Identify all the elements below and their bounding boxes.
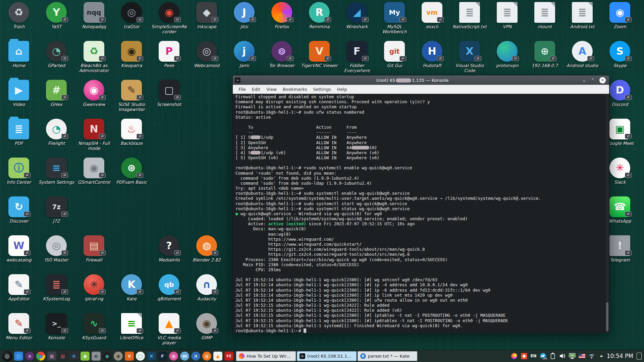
vscode-icon[interactable]: X	[147, 352, 156, 361]
dark-recorder-icon[interactable]: ◉	[103, 352, 112, 361]
desktop-icon-tor-browser[interactable]: ⊚⇄Tor Browser	[263, 41, 301, 68]
desktop-icon-iso-master[interactable]: ◎⇄ISO Master	[38, 235, 75, 262]
scrollbar-thumb[interactable]	[606, 302, 608, 331]
green-animal-app-icon[interactable]: ◉	[80, 352, 90, 361]
battery-icon[interactable]	[549, 353, 556, 359]
desktop-icon-qbittorrent[interactable]: qb⇄qBittorrent	[150, 274, 188, 301]
desktop-icon-trash[interactable]: ♻Trash	[0, 2, 38, 29]
desktop-icon-backblaze[interactable]: ♨⇄Backblaze	[113, 119, 150, 146]
desktop-icon-ksystemlog[interactable]: ≣⇄KSystemLog	[38, 274, 75, 301]
desktop-icon-info-center[interactable]: ⓘ⇄Info Center	[0, 158, 38, 185]
desktop-icon-pdf[interactable]: ≣PDF	[0, 119, 38, 146]
tigervnc-icon[interactable]: V	[125, 352, 134, 361]
filezilla-icon[interactable]: FZ	[224, 352, 233, 361]
wifi-icon[interactable]	[588, 353, 595, 359]
desktop-icon-visual-studio-code[interactable]: X⇄Visual Studio Code	[451, 41, 488, 73]
pink-circle-app-icon[interactable]: ◍	[169, 352, 178, 361]
desktop-icon-fiddler-everywhere[interactable]: F⇄Fiddler Everywhere	[338, 41, 376, 73]
desktop-icon-system-settings[interactable]: ≡⇄System Settings	[38, 158, 75, 185]
desktop-icon-konsole[interactable]: >_⇄Konsole	[38, 313, 75, 340]
desktop-icon-gimp[interactable]: ◉⇄GIMP	[188, 313, 225, 340]
menu-file[interactable]: File	[235, 85, 249, 93]
clock[interactable]: 10:54 PM	[607, 353, 633, 359]
dolphin-file-manager-icon[interactable]: ▢	[14, 352, 23, 361]
show-desktop-button[interactable]	[637, 353, 642, 360]
vlc-icon[interactable]: ▲	[213, 352, 222, 361]
tor-browser-icon[interactable]: ⊚	[25, 352, 34, 361]
terminal-output[interactable]: Firewall stopped and disabled on system …	[233, 94, 609, 333]
tray-expand-arrow[interactable]	[598, 353, 605, 359]
desktop-icon-vpn[interactable]: ≣VPN	[488, 2, 526, 29]
menu-bookmarks[interactable]: Bookmarks	[280, 85, 310, 93]
desktop-icon-skype[interactable]: S⇄Skype	[601, 41, 639, 68]
menu-help[interactable]: Help	[334, 85, 350, 93]
fiddler-icon[interactable]: F	[158, 352, 167, 361]
desktop-icon-pdfsam-basic[interactable]: ⊛⇄PDFsam Basic	[113, 158, 150, 185]
desktop-icon-nmapsi4-full-mode[interactable]: N⇄NmapSI4 - Full mode	[75, 119, 113, 151]
chrome-icon[interactable]: ●	[36, 352, 45, 361]
desktop-icon-android-txt[interactable]: ≣Android.txt	[564, 2, 601, 29]
blender-icon[interactable]: ◍	[202, 352, 211, 361]
desktop-icon-menu-editor[interactable]: ✎⇄Menu Editor	[0, 313, 38, 340]
desktop-icon-jitsi[interactable]: J⇄Jitsi	[225, 2, 263, 29]
green-ring-app-icon[interactable]: ◯	[136, 352, 145, 361]
maximize-button[interactable]: ⌃	[591, 78, 595, 82]
display-icon[interactable]	[569, 353, 576, 359]
desktop-icon-zoom[interactable]: ◉⇄Zoom	[601, 2, 639, 29]
desktop-icon-bleachbit-as-administrator[interactable]: ♻⇄BleachBit as Administrator	[75, 41, 113, 73]
desktop-icon-vlc-media-player[interactable]: ▲⇄VLC media player	[150, 313, 188, 345]
desktop-icon-mount[interactable]: ≣mount	[526, 2, 564, 29]
spectacle-icon[interactable]: ▧	[58, 352, 67, 361]
desktop-icon-git-gui[interactable]: git⇄Git Gui	[376, 41, 413, 68]
desktop-icon-mediainfo[interactable]: ?⇄MediaInfo	[150, 235, 188, 262]
desktop-icon-wireshark[interactable]: ◢⇄Wireshark	[338, 2, 376, 29]
window-titlebar[interactable]: > (root) 651.135 — Konsole ⌄⌃✕	[233, 75, 609, 85]
settings-sliders-icon[interactable]: ≡	[69, 352, 78, 361]
desktop-icon-esxcli[interactable]: vm⇄esxcli	[413, 2, 451, 29]
app-launcher-icon[interactable]: ◎	[2, 351, 12, 361]
menu-edit[interactable]: Edit	[249, 85, 263, 93]
desktop-icon-simplescreenrecorder[interactable]: ◉⇄SimpleScreenRecorder	[150, 2, 188, 34]
notepadqq-icon[interactable]: n	[92, 352, 101, 361]
desktop-icon-gwenview[interactable]: ◉⇄Gwenview	[75, 80, 113, 107]
desktop-icon-gparted[interactable]: ◔⇄GParted	[38, 41, 75, 68]
desktop-icon-nativescript-txt[interactable]: ≣NativeScript.txt	[451, 2, 488, 29]
desktop-icon-appeditor[interactable]: ✎⇄AppEditor	[0, 274, 38, 301]
tray-firefox-icon[interactable]	[511, 353, 518, 359]
desktop-icon-gsmartcontrol[interactable]: ◉⇄GSmartControl	[75, 158, 113, 185]
desktop-icon-tragtor[interactable]: ◎⇄traGtor	[113, 2, 150, 29]
desktop-icon-video[interactable]: ▶Video	[0, 80, 38, 107]
headphones-app-icon[interactable]: ∩	[191, 352, 200, 361]
desktop-icon-tigervnc-viewer[interactable]: V⇄TigerVNC Viewer	[301, 41, 338, 68]
tray-telegram-icon[interactable]: 164	[540, 353, 546, 359]
volume-icon[interactable]	[559, 353, 566, 359]
desktop-icon-mysql-workbench[interactable]: My⇄MySQL Workbench	[376, 2, 413, 34]
task-konsole[interactable]: >(root) 65.108.51.135 ...	[297, 351, 357, 361]
desktop-icon-home[interactable]: ⌂Home	[0, 41, 38, 68]
desktop-icon-libreoffice[interactable]: ≡⇄LibreOffice	[113, 313, 150, 340]
desktop-icon-protonvpn[interactable]: ⇄protonvpn	[488, 41, 526, 68]
qbittorrent-icon[interactable]: qb	[180, 352, 189, 361]
task-kate[interactable]: Kparser.txt * — Kate	[358, 351, 417, 361]
desktop-icon-hubstaff[interactable]: H⇄Hubstaff	[413, 41, 451, 68]
desktop-icon-kate[interactable]: K⇄Kate	[113, 274, 150, 301]
desktop-icon-jami[interactable]: j⇄Jami	[225, 41, 263, 68]
desktop-icon-iptraf-ng[interactable]: ✳⇄iptraf-ng	[75, 274, 113, 301]
desktop-icon-remmina[interactable]: R⇄Remmina	[301, 2, 338, 29]
desktop-icon-firewall[interactable]: ▤⇄Firewall	[75, 235, 113, 262]
menu-view[interactable]: View	[263, 85, 280, 93]
desktop-icon-ghex[interactable]: #⇄GHex	[38, 80, 75, 107]
keyboard-layout-indicator[interactable]: EN	[530, 353, 536, 359]
gimp-icon[interactable]: ◉	[114, 352, 123, 361]
desktop-icon-android-studio[interactable]: A⇄Android studio	[564, 41, 601, 68]
desktop-icon-webcamoid[interactable]: ◎⇄Webcamoid	[188, 41, 225, 68]
desktop-icon-yast[interactable]: Y⇄YaST	[38, 2, 75, 29]
desktop-icon-kleopatra[interactable]: ◉⇄Kleopatra	[113, 41, 150, 68]
desktop-icon-blender-2-82[interactable]: ◍⇄Blender 2.82	[188, 235, 225, 262]
desktop-icon-webcatalog[interactable]: W⇄webcatalog	[0, 235, 38, 262]
us-flag-icon[interactable]	[579, 353, 585, 359]
desktop-icon-firefox[interactable]: ⇄Firefox	[263, 2, 301, 29]
desktop-icon-suse-studio-imagewriter[interactable]: ✎⇄SUSE Studio Imagewriter	[113, 80, 150, 112]
desktop-icon-peek[interactable]: P⇄Peek	[150, 41, 188, 68]
desktop-icon-filelight[interactable]: ◔⇄Filelight	[38, 119, 75, 146]
